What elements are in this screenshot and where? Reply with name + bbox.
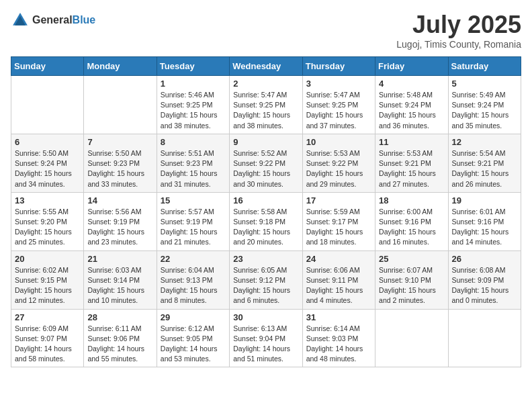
calendar-cell: 1Sunrise: 5:46 AM Sunset: 9:25 PM Daylig… xyxy=(157,76,229,134)
calendar-cell: 7Sunrise: 5:50 AM Sunset: 9:23 PM Daylig… xyxy=(84,134,157,192)
calendar-week-5: 27Sunrise: 6:09 AM Sunset: 9:07 PM Dayli… xyxy=(11,309,521,367)
calendar-cell xyxy=(448,309,521,367)
day-number: 31 xyxy=(306,312,371,322)
day-number: 7 xyxy=(87,137,152,147)
day-info: Sunrise: 6:00 AM Sunset: 9:16 PM Dayligh… xyxy=(379,207,444,248)
day-number: 6 xyxy=(15,137,80,147)
day-number: 21 xyxy=(87,254,152,264)
weekday-header-monday: Monday xyxy=(84,57,157,76)
calendar-cell: 17Sunrise: 5:59 AM Sunset: 9:17 PM Dayli… xyxy=(302,192,375,250)
calendar-cell: 20Sunrise: 6:02 AM Sunset: 9:15 PM Dayli… xyxy=(11,250,84,309)
day-info: Sunrise: 5:56 AM Sunset: 9:19 PM Dayligh… xyxy=(87,207,152,248)
day-number: 25 xyxy=(379,254,444,264)
logo-icon xyxy=(11,11,30,30)
day-info: Sunrise: 6:05 AM Sunset: 9:12 PM Dayligh… xyxy=(233,265,298,306)
day-number: 14 xyxy=(87,195,152,205)
day-number: 15 xyxy=(161,195,226,205)
weekday-header-wednesday: Wednesday xyxy=(230,57,302,76)
calendar-cell: 2Sunrise: 5:47 AM Sunset: 9:25 PM Daylig… xyxy=(230,76,302,134)
day-number: 8 xyxy=(161,137,226,147)
weekday-header-friday: Friday xyxy=(375,57,448,76)
day-number: 23 xyxy=(233,254,298,264)
day-number: 17 xyxy=(306,195,371,205)
logo: GeneralBlue xyxy=(11,11,95,30)
calendar-cell: 11Sunrise: 5:53 AM Sunset: 9:21 PM Dayli… xyxy=(375,134,448,192)
calendar-week-2: 6Sunrise: 5:50 AM Sunset: 9:24 PM Daylig… xyxy=(11,134,521,192)
day-number: 1 xyxy=(161,79,226,89)
day-info: Sunrise: 6:03 AM Sunset: 9:14 PM Dayligh… xyxy=(87,265,152,306)
day-number: 19 xyxy=(452,195,517,205)
day-info: Sunrise: 5:59 AM Sunset: 9:17 PM Dayligh… xyxy=(306,207,371,248)
calendar-cell: 22Sunrise: 6:04 AM Sunset: 9:13 PM Dayli… xyxy=(157,250,229,309)
calendar-week-4: 20Sunrise: 6:02 AM Sunset: 9:15 PM Dayli… xyxy=(11,250,521,309)
day-number: 22 xyxy=(161,254,226,264)
day-number: 28 xyxy=(87,312,152,322)
day-info: Sunrise: 6:08 AM Sunset: 9:09 PM Dayligh… xyxy=(452,265,517,306)
weekday-header-saturday: Saturday xyxy=(448,57,521,76)
day-number: 24 xyxy=(306,254,371,264)
day-info: Sunrise: 6:07 AM Sunset: 9:10 PM Dayligh… xyxy=(379,265,444,306)
day-info: Sunrise: 5:54 AM Sunset: 9:21 PM Dayligh… xyxy=(452,148,517,189)
page-header: GeneralBlue July 2025 Lugoj, Timis Count… xyxy=(11,11,521,50)
calendar-cell: 6Sunrise: 5:50 AM Sunset: 9:24 PM Daylig… xyxy=(11,134,84,192)
day-info: Sunrise: 5:50 AM Sunset: 9:23 PM Dayligh… xyxy=(87,148,152,189)
calendar-cell: 5Sunrise: 5:49 AM Sunset: 9:24 PM Daylig… xyxy=(448,76,521,134)
day-info: Sunrise: 5:47 AM Sunset: 9:25 PM Dayligh… xyxy=(306,90,371,131)
calendar-cell: 26Sunrise: 6:08 AM Sunset: 9:09 PM Dayli… xyxy=(448,250,521,309)
calendar-cell: 27Sunrise: 6:09 AM Sunset: 9:07 PM Dayli… xyxy=(11,309,84,367)
day-number: 29 xyxy=(161,312,226,322)
month-title: July 2025 xyxy=(396,11,521,39)
calendar-cell: 10Sunrise: 5:53 AM Sunset: 9:22 PM Dayli… xyxy=(302,134,375,192)
day-info: Sunrise: 5:46 AM Sunset: 9:25 PM Dayligh… xyxy=(161,90,226,131)
calendar-cell: 4Sunrise: 5:48 AM Sunset: 9:24 PM Daylig… xyxy=(375,76,448,134)
day-info: Sunrise: 5:49 AM Sunset: 9:24 PM Dayligh… xyxy=(452,90,517,131)
weekday-header-row: SundayMondayTuesdayWednesdayThursdayFrid… xyxy=(11,57,521,76)
calendar-cell: 30Sunrise: 6:13 AM Sunset: 9:04 PM Dayli… xyxy=(230,309,302,367)
calendar-cell: 31Sunrise: 6:14 AM Sunset: 9:03 PM Dayli… xyxy=(302,309,375,367)
day-info: Sunrise: 5:55 AM Sunset: 9:20 PM Dayligh… xyxy=(15,207,80,248)
day-number: 20 xyxy=(15,254,80,264)
day-info: Sunrise: 6:06 AM Sunset: 9:11 PM Dayligh… xyxy=(306,265,371,306)
day-number: 11 xyxy=(379,137,444,147)
calendar-cell: 29Sunrise: 6:12 AM Sunset: 9:05 PM Dayli… xyxy=(157,309,229,367)
calendar-cell: 15Sunrise: 5:57 AM Sunset: 9:19 PM Dayli… xyxy=(157,192,229,250)
day-number: 30 xyxy=(233,312,298,322)
day-number: 2 xyxy=(233,79,298,89)
day-info: Sunrise: 5:58 AM Sunset: 9:18 PM Dayligh… xyxy=(233,207,298,248)
calendar-cell: 12Sunrise: 5:54 AM Sunset: 9:21 PM Dayli… xyxy=(448,134,521,192)
calendar-table: SundayMondayTuesdayWednesdayThursdayFrid… xyxy=(11,56,521,367)
day-info: Sunrise: 6:14 AM Sunset: 9:03 PM Dayligh… xyxy=(306,324,371,365)
day-number: 10 xyxy=(306,137,371,147)
day-info: Sunrise: 6:11 AM Sunset: 9:06 PM Dayligh… xyxy=(87,324,152,365)
day-number: 12 xyxy=(452,137,517,147)
day-info: Sunrise: 6:13 AM Sunset: 9:04 PM Dayligh… xyxy=(233,324,298,365)
day-info: Sunrise: 5:47 AM Sunset: 9:25 PM Dayligh… xyxy=(233,90,298,131)
calendar-cell: 3Sunrise: 5:47 AM Sunset: 9:25 PM Daylig… xyxy=(302,76,375,134)
day-info: Sunrise: 5:48 AM Sunset: 9:24 PM Dayligh… xyxy=(379,90,444,131)
day-info: Sunrise: 5:52 AM Sunset: 9:22 PM Dayligh… xyxy=(233,148,298,189)
day-number: 9 xyxy=(233,137,298,147)
title-block: July 2025 Lugoj, Timis County, Romania xyxy=(396,11,521,50)
calendar-cell: 13Sunrise: 5:55 AM Sunset: 9:20 PM Dayli… xyxy=(11,192,84,250)
day-info: Sunrise: 6:12 AM Sunset: 9:05 PM Dayligh… xyxy=(161,324,226,365)
day-number: 5 xyxy=(452,79,517,89)
day-info: Sunrise: 6:01 AM Sunset: 9:16 PM Dayligh… xyxy=(452,207,517,248)
calendar-cell: 24Sunrise: 6:06 AM Sunset: 9:11 PM Dayli… xyxy=(302,250,375,309)
day-number: 27 xyxy=(15,312,80,322)
calendar-cell: 25Sunrise: 6:07 AM Sunset: 9:10 PM Dayli… xyxy=(375,250,448,309)
calendar-cell: 18Sunrise: 6:00 AM Sunset: 9:16 PM Dayli… xyxy=(375,192,448,250)
day-info: Sunrise: 5:51 AM Sunset: 9:23 PM Dayligh… xyxy=(161,148,226,189)
calendar-cell: 8Sunrise: 5:51 AM Sunset: 9:23 PM Daylig… xyxy=(157,134,229,192)
day-number: 3 xyxy=(306,79,371,89)
day-info: Sunrise: 6:04 AM Sunset: 9:13 PM Dayligh… xyxy=(161,265,226,306)
calendar-cell: 21Sunrise: 6:03 AM Sunset: 9:14 PM Dayli… xyxy=(84,250,157,309)
day-number: 18 xyxy=(379,195,444,205)
calendar-cell: 16Sunrise: 5:58 AM Sunset: 9:18 PM Dayli… xyxy=(230,192,302,250)
logo-blue: Blue xyxy=(73,14,96,26)
day-info: Sunrise: 5:53 AM Sunset: 9:21 PM Dayligh… xyxy=(379,148,444,189)
calendar-cell xyxy=(84,76,157,134)
day-info: Sunrise: 5:57 AM Sunset: 9:19 PM Dayligh… xyxy=(161,207,226,248)
calendar-cell: 14Sunrise: 5:56 AM Sunset: 9:19 PM Dayli… xyxy=(84,192,157,250)
calendar-cell: 19Sunrise: 6:01 AM Sunset: 9:16 PM Dayli… xyxy=(448,192,521,250)
calendar-cell: 23Sunrise: 6:05 AM Sunset: 9:12 PM Dayli… xyxy=(230,250,302,309)
